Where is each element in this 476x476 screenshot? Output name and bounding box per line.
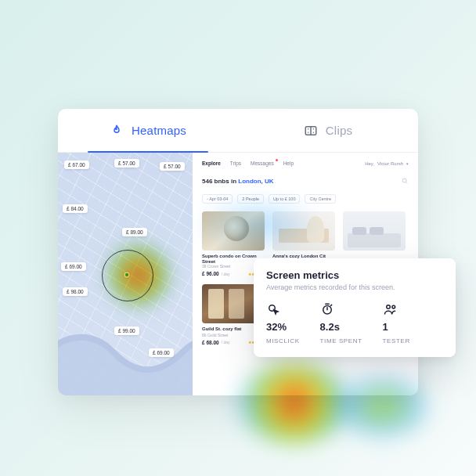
metric-label: MISCLICK (266, 337, 300, 344)
user-menu[interactable]: Hey, Victor Rorsh ▾ (365, 161, 409, 166)
metric-value: 32% (266, 321, 300, 333)
listing-thumb (272, 211, 335, 251)
price-marker[interactable]: £ 89.00 (122, 228, 147, 236)
svg-line-12 (330, 305, 331, 305)
cursor-click-icon (266, 302, 300, 316)
svg-point-14 (391, 305, 395, 308)
svg-line-7 (406, 182, 407, 183)
user-prefix: Hey, (365, 161, 374, 166)
listing-per: / day (222, 340, 230, 344)
filter-budget[interactable]: Up to £ 100 (269, 194, 300, 204)
results-location[interactable]: London, UK (238, 178, 273, 185)
screen-metrics-popover: Screen metrics Average metrics recorded … (254, 258, 456, 357)
filmstrip-icon (304, 124, 318, 138)
filter-guests[interactable]: 2 People (237, 194, 264, 204)
filter-dates[interactable]: ◦ Apr 03-04 (202, 194, 233, 204)
listing-thumb (202, 211, 265, 251)
price-marker[interactable]: £ 67.00 (64, 160, 89, 169)
tab-label: Clips (326, 124, 352, 137)
tab-clips[interactable]: Clips (238, 109, 418, 152)
metric-label: TESTER (383, 337, 410, 344)
metric-tester: 1 TESTER (383, 302, 410, 344)
app-nav: Explore Trips Messages Help Hey, Victor … (202, 160, 409, 166)
price-marker[interactable]: £ 57.00 (160, 162, 185, 171)
price-marker[interactable]: £ 69.00 (149, 348, 174, 357)
filter-area[interactable]: City Centre (305, 194, 336, 204)
nav-messages[interactable]: Messages (251, 160, 274, 166)
tab-label: Heatmaps (132, 124, 186, 137)
svg-point-2 (308, 128, 309, 130)
search-icon[interactable] (401, 174, 409, 188)
svg-point-5 (312, 132, 314, 133)
metric-value: 8.2s (320, 321, 362, 333)
popover-subtitle: Average metrics recorded for this screen… (266, 283, 443, 291)
price-marker[interactable]: £ 99.00 (114, 326, 139, 335)
center-pin[interactable] (124, 272, 130, 278)
svg-point-6 (402, 178, 406, 182)
metric-label: TIME SPENT (320, 337, 362, 344)
map-panel[interactable]: £ 67.00 £ 57.00 £ 57.00 £ 84.00 £ 89.00 … (58, 153, 193, 395)
price-marker[interactable]: £ 57.00 (114, 159, 139, 168)
listing-per: / day (222, 272, 230, 276)
listing-price: £ 96.00 (202, 271, 219, 276)
price-marker[interactable]: £ 98.00 (63, 287, 88, 296)
svg-point-3 (308, 132, 309, 133)
popover-title: Screen metrics (266, 269, 443, 281)
svg-point-4 (312, 128, 314, 130)
metric-time: 8.2s TIME SPENT (320, 302, 362, 344)
listing-price: £ 68.00 (202, 340, 219, 345)
metric-misclick: 32% MISCLICK (266, 302, 300, 344)
listing-thumb (343, 211, 406, 251)
fire-icon (110, 123, 124, 139)
results-title: 546 bnbs in London, UK (202, 174, 409, 188)
metric-value: 1 (383, 321, 410, 333)
analysis-tabs: Heatmaps Clips (58, 109, 418, 153)
users-icon (383, 302, 410, 316)
filter-row: ◦ Apr 03-04 2 People Up to £ 100 City Ce… (202, 194, 409, 204)
results-count: 546 bnbs in (202, 178, 236, 185)
price-marker[interactable]: £ 84.00 (63, 204, 88, 213)
price-marker[interactable]: £ 69.00 (61, 262, 86, 271)
stopwatch-icon (320, 302, 362, 316)
svg-point-13 (386, 305, 390, 309)
chevron-down-icon: ▾ (406, 161, 409, 166)
user-name: Victor Rorsh (377, 161, 403, 166)
nav-trips[interactable]: Trips (230, 160, 241, 166)
nav-explore[interactable]: Explore (202, 160, 221, 166)
tab-heatmaps[interactable]: Heatmaps (58, 109, 238, 152)
nav-help[interactable]: Help (283, 160, 294, 166)
metrics-row: 32% MISCLICK 8.2s TIME SPENT 1 TESTER (266, 302, 443, 344)
